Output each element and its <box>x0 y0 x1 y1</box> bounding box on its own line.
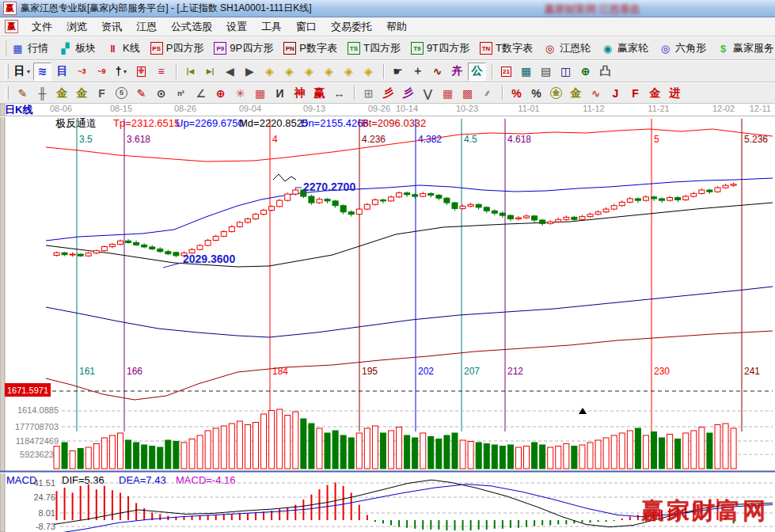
menu-item-trade-entrust[interactable]: 交易委托 <box>324 18 379 36</box>
candle-type-dropdown-dropdown-arrow[interactable]: ▼ <box>122 69 127 74</box>
chart-area[interactable]: 08-0608-1508-2609-0409-1309-2610-1410-23… <box>0 104 775 532</box>
menu-item-settings[interactable]: 设置 <box>219 18 254 36</box>
menu-item-tools[interactable]: 工具 <box>254 18 289 36</box>
window-titlebar[interactable]: 赢 赢家江恩专业版[赢家内部服务平台] - [上证指数 SH1A0001-111… <box>0 0 775 17</box>
gann-mark-button[interactable]: 卉 <box>448 63 466 81</box>
gold-grid-b-button[interactable]: 金 <box>73 84 91 102</box>
hexagon-tool-button[interactable]: ◎六角形 <box>659 41 706 55</box>
winner-service-button[interactable]: $赢家服务 <box>716 41 774 55</box>
box-grid-button[interactable]: ▦ <box>251 84 269 102</box>
toolbar-gripper[interactable] <box>5 86 9 101</box>
draw-knife-button[interactable]: ✎ <box>13 84 32 102</box>
percent-strike-button[interactable]: % <box>507 84 526 102</box>
left-splitter-strip <box>0 104 5 532</box>
period-dropdown-button[interactable]: 日▼ <box>13 63 32 81</box>
ray-fan-red-button[interactable]: 彡 <box>379 84 397 102</box>
mark-n-button[interactable]: И <box>271 84 289 102</box>
print-button[interactable]: 凸 <box>596 63 614 81</box>
slope-lines-button[interactable]: ∕∕ <box>478 84 496 102</box>
toolbar-gripper[interactable] <box>5 64 9 78</box>
menu-item-window[interactable]: 窗口 <box>289 18 324 36</box>
menu-item-help[interactable]: 帮助 <box>379 18 414 36</box>
network-button[interactable]: ⊕ <box>576 63 595 81</box>
kline-chart-canvas[interactable]: 08-0608-1508-2609-0409-1309-2610-1410-23… <box>0 104 775 532</box>
red-pen-button[interactable]: ✎ <box>132 84 150 102</box>
menu-item-gann[interactable]: 江恩 <box>129 18 164 36</box>
gann-wheel-button[interactable]: ◎江恩轮 <box>543 41 591 55</box>
advance-line-button[interactable]: 进 <box>666 84 684 102</box>
menu-item-formula-stock-pick[interactable]: 公式选股 <box>164 18 219 36</box>
gold-pen-button[interactable]: 金 <box>646 84 664 102</box>
ray-fan-purple-button[interactable]: 彡 <box>399 84 417 102</box>
gold-level-a-button[interactable]: 金 <box>567 84 585 102</box>
toolbar-gripper[interactable] <box>5 40 6 56</box>
market-quotes-button[interactable]: ▦行情 <box>11 41 48 55</box>
segment-tool-button[interactable]: ∿ <box>428 63 446 81</box>
time-cycle-button[interactable]: ⊙ <box>152 84 170 102</box>
goto-last-button[interactable]: ▶| <box>201 63 219 81</box>
fib-grid-button[interactable]: F <box>93 84 111 102</box>
formula-editor-button[interactable]: 公 <box>468 63 486 81</box>
ying-grid-button[interactable]: 赢 <box>310 84 329 102</box>
gann-count-label: 241 <box>744 366 760 377</box>
p9-square-button[interactable]: P99P四方形 <box>214 41 273 55</box>
crosshair-button[interactable]: ＋ <box>408 63 427 81</box>
p-number-table-button[interactable]: PNP数字表 <box>283 41 337 55</box>
n-square-icon: n² <box>177 89 184 97</box>
p-square-button[interactable]: PSP四方形 <box>150 41 204 55</box>
menu-item-file[interactable]: 文件 <box>25 18 59 36</box>
wave-3-button[interactable]: ~3 <box>73 63 91 81</box>
red-grid-a-button[interactable]: ▦ <box>439 84 457 102</box>
zoom-fit-h-button[interactable]: ◈ <box>300 63 318 81</box>
winner-wheel-button[interactable]: ◉赢家轮 <box>601 41 648 55</box>
f-line-button[interactable]: F <box>626 84 644 102</box>
page-prev-icon: ◀ <box>226 65 234 78</box>
trend-mode-button[interactable]: ≋ <box>33 63 51 81</box>
sector-blocks-button[interactable]: ▞板块 <box>59 41 96 55</box>
zoom-out-h-button[interactable]: ◈ <box>260 63 279 81</box>
angle-tool-button[interactable]: ∠ <box>192 84 210 102</box>
calculator-button[interactable]: ▦ <box>517 63 535 81</box>
frame-tool-button[interactable]: ⊞ <box>359 84 378 102</box>
pattern-box-button[interactable]: ※ <box>132 63 150 81</box>
menu-item-view[interactable]: 浏览 <box>59 18 94 36</box>
macd-axis-label: -8.73 <box>36 522 55 531</box>
notes-button[interactable]: ▤ <box>537 63 555 81</box>
calendar-button[interactable]: 21 <box>497 63 515 81</box>
zoom-in-h-button[interactable]: ◈ <box>280 63 298 81</box>
candle-type-dropdown-button[interactable]: †▼ <box>112 63 131 81</box>
j-line-button[interactable]: J <box>606 84 625 102</box>
page-next-button[interactable]: ▶ <box>241 63 259 81</box>
zoom-fit-all-button[interactable]: ◈ <box>359 63 378 81</box>
spiral-5-button[interactable]: 5 <box>112 84 131 102</box>
span-arrow-button[interactable]: ↔ <box>330 84 348 102</box>
colored-volume-button[interactable]: ≡ <box>152 63 170 81</box>
time-grid-button[interactable]: ╫ <box>33 84 51 102</box>
percent-plain-button[interactable]: % <box>527 84 545 102</box>
pan-hand-button[interactable]: ☛ <box>389 63 407 81</box>
wave-overlay-button[interactable]: ∿ <box>587 84 605 102</box>
t9-square-button[interactable]: T99T四方形 <box>411 41 469 55</box>
percent-plain-icon: % <box>531 87 541 100</box>
v-lines-button[interactable]: ⋁ <box>419 84 437 102</box>
t-square-button[interactable]: TST四方形 <box>348 41 401 55</box>
gold-circle-button[interactable]: 金 <box>547 84 565 102</box>
red-grid-b-button[interactable]: ▩ <box>458 84 477 102</box>
goto-first-button[interactable]: |◀ <box>181 63 199 81</box>
period-dropdown-dropdown-arrow[interactable]: ▼ <box>26 69 32 74</box>
star-grid-button[interactable]: ✳ <box>231 84 249 102</box>
page-prev-button[interactable]: ◀ <box>221 63 239 81</box>
n-square-button[interactable]: n² <box>172 84 190 102</box>
kline-chart-button[interactable]: ‖K线 <box>106 41 140 55</box>
wave-9-button[interactable]: ~9 <box>93 63 111 81</box>
info-panel-button[interactable]: 目 <box>53 63 71 81</box>
gold-grid-a-button[interactable]: 金 <box>53 84 71 102</box>
zoom-out-all-button[interactable]: ◈ <box>320 63 338 81</box>
winner-wheel-icon: ◉ <box>601 42 614 55</box>
gann-circle-button[interactable]: ⊕ <box>211 84 230 102</box>
save-button[interactable]: ◫ <box>557 63 575 81</box>
zoom-in-all-button[interactable]: ◈ <box>340 63 358 81</box>
t-number-table-button[interactable]: TNT数字表 <box>480 41 533 55</box>
menu-item-news[interactable]: 资讯 <box>94 18 129 36</box>
shen-grid-button[interactable]: 神 <box>291 84 309 102</box>
